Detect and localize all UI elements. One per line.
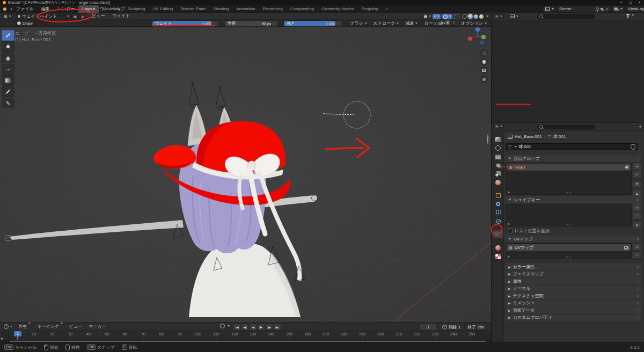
prev-keyframe-button[interactable]: ◀| xyxy=(241,324,249,331)
new-scene-icon[interactable] xyxy=(601,8,603,10)
options-dropdown[interactable]: オプション xyxy=(459,20,489,26)
properties-tab-physics[interactable] xyxy=(493,217,503,225)
ortho-toggle-icon[interactable]: ▦ xyxy=(480,75,488,83)
tool-annotate[interactable]: ✎ xyxy=(2,98,14,108)
properties-tab-material[interactable] xyxy=(493,244,503,252)
workspace-tab-shading[interactable]: Shading xyxy=(209,5,232,13)
axis-gizmo[interactable] xyxy=(466,27,489,48)
material-shading-icon[interactable] xyxy=(474,14,478,19)
playhead[interactable]: 1 xyxy=(14,331,21,336)
active-tool-field[interactable]: Draw xyxy=(15,20,49,26)
workspace-tab-rendering[interactable]: Rendering xyxy=(259,5,287,13)
properties-search-input[interactable] xyxy=(537,124,595,129)
viewlayer-type-dropdown[interactable] xyxy=(612,6,625,12)
properties-tab-object[interactable] xyxy=(493,192,503,199)
rest-position-checkbox[interactable] xyxy=(508,229,513,233)
weight-pressure-button[interactable] xyxy=(211,20,218,27)
collapsed-panel-カラー属性[interactable]: ▶カラー属性≡ xyxy=(506,263,641,270)
camera-view-icon[interactable] xyxy=(480,67,488,74)
vertex-group-row-Head[interactable]: ▦Head xyxy=(507,164,631,171)
menu-編集[interactable]: 編集 xyxy=(38,5,54,13)
maximize-button[interactable]: □ xyxy=(626,0,635,5)
current-frame-field[interactable]: 1 xyxy=(420,324,437,331)
properties-tab-particles[interactable] xyxy=(493,209,503,216)
workspace-tab-animation[interactable]: Animation xyxy=(232,5,259,13)
workspace-tab-compositing[interactable]: Compositing xyxy=(287,5,318,13)
breadcrumb-object[interactable]: Hat_Base.001 xyxy=(515,134,542,139)
minimize-button[interactable]: − xyxy=(617,0,626,5)
end-frame-field[interactable]: 終了 250 xyxy=(466,324,486,331)
tool-blur-brush[interactable] xyxy=(2,41,14,52)
jump-to-start-button[interactable]: |◀ xyxy=(233,324,241,331)
vertex-mask-toggle[interactable]: ▦ xyxy=(71,13,79,20)
uv-maps-panel-header[interactable]: ▼ UVマップ ≡ xyxy=(506,236,641,242)
properties-tab-scene[interactable] xyxy=(493,170,503,178)
start-frame-field[interactable]: 開始 1 xyxy=(438,324,465,331)
mirror-y-toggle[interactable]: Y xyxy=(451,20,457,25)
workspace-tab-sculpting[interactable]: Sculpting xyxy=(124,5,149,13)
lock-icon[interactable] xyxy=(625,166,628,168)
remove-shape-key-button[interactable]: − xyxy=(633,212,641,219)
collapsed-panel-リメッシュ[interactable]: ▶リメッシュ≡ xyxy=(506,300,641,306)
mirror-x-toggle[interactable]: X xyxy=(445,20,451,25)
list-filter-expand-icon[interactable]: ▶ xyxy=(508,190,510,194)
add-shape-key-button[interactable]: + xyxy=(633,204,641,211)
outliner-filter-id-dropdown[interactable] xyxy=(508,13,521,19)
workspace-tab-layout[interactable]: Layout xyxy=(78,5,99,13)
timeline-menu-ビュー[interactable]: ビュー xyxy=(66,322,85,331)
list-resize-grip[interactable] xyxy=(566,256,572,258)
uv-maps-list[interactable]: ▦UVマップ ▶ xyxy=(506,243,632,259)
tool-average-brush[interactable]: ◉ xyxy=(2,53,14,63)
pan-hand-icon[interactable] xyxy=(480,58,488,65)
timeline-tracks[interactable]: ▶ xyxy=(0,336,491,340)
radius-slider[interactable]: 半径50 px xyxy=(224,20,275,27)
vertex-groups-panel-header[interactable]: ▼ 頂点グループ ≡ xyxy=(506,155,641,162)
properties-options-arrow-icon[interactable] xyxy=(639,126,641,128)
dropdown-ブラシ[interactable]: ブラシ xyxy=(348,20,369,26)
properties-editor-dropdown[interactable]: ▤ xyxy=(493,124,504,129)
pivot-dropdown[interactable] xyxy=(424,15,431,18)
tool-gradient-tool[interactable] xyxy=(2,75,14,86)
viewport-menu-ビュー[interactable]: ビュー xyxy=(88,12,108,20)
menu-ファイル[interactable]: ファイル xyxy=(12,5,38,13)
menu-レンダー[interactable]: レンダー xyxy=(54,5,79,13)
collapsed-panel-形状データ[interactable]: ▶形状データ≡ xyxy=(506,307,641,313)
properties-tab-texture[interactable] xyxy=(493,253,503,260)
rendered-shading-icon[interactable] xyxy=(479,14,484,19)
mesh-name-field[interactable]: ▽ 球.001 xyxy=(506,143,638,150)
workspace-tab-uv-editing[interactable]: UV Editing xyxy=(149,5,177,13)
face-mask-toggle[interactable]: ▣ xyxy=(79,13,86,20)
collapsed-panel-テクスチャ空間[interactable]: ▶テクスチャ空間≡ xyxy=(506,292,641,299)
properties-tab-tool[interactable] xyxy=(493,136,503,143)
properties-tab-view-layer[interactable] xyxy=(493,162,503,169)
pin-icon[interactable] xyxy=(596,8,599,11)
add-uv-map-button[interactable]: + xyxy=(633,243,641,251)
collapsed-panel-フェイスマップ[interactable]: ▶フェイスマップ≡ xyxy=(506,271,641,277)
radius-pressure-button[interactable] xyxy=(271,20,278,27)
remove-uv-map-button[interactable]: − xyxy=(633,251,641,259)
next-keyframe-button[interactable]: |▶ xyxy=(265,324,273,331)
wireframe-shading-icon[interactable] xyxy=(462,14,467,19)
outliner-display-dropdown[interactable]: ▤ xyxy=(493,13,504,19)
viewlayer-selector[interactable]: ViewLayer × xyxy=(626,6,644,12)
play-reverse-button[interactable]: ◀ xyxy=(249,324,257,331)
timeline-editor-dropdown[interactable] xyxy=(2,324,14,329)
zoom-tool-icon[interactable] xyxy=(480,49,488,57)
breadcrumb-data[interactable]: 球.001 xyxy=(553,134,566,140)
properties-tab-render[interactable] xyxy=(493,144,503,152)
list-filter-expand-icon[interactable]: ▶ xyxy=(508,222,510,225)
uv-map-row-UVマップ[interactable]: ▦UVマップ xyxy=(507,244,631,251)
collapsed-panel-カスタムプロパティ[interactable]: ▶カスタムプロパティ≡ xyxy=(506,314,641,321)
editor-type-dropdown[interactable]: ▦ xyxy=(2,13,13,19)
pin-id-icon[interactable] xyxy=(487,134,488,144)
add-workspace-button[interactable]: + xyxy=(382,5,392,13)
strength-pressure-button[interactable] xyxy=(335,20,342,27)
shape-keys-list[interactable]: ▶ xyxy=(506,204,632,226)
add-vertex-group-button[interactable]: + xyxy=(633,163,641,170)
collapsed-panel-属性[interactable]: ▶属性≡ xyxy=(506,278,641,284)
active-render-icon[interactable] xyxy=(624,246,628,250)
strength-slider[interactable]: 強さ1.000 xyxy=(283,20,339,27)
blender-menu-icon[interactable] xyxy=(3,8,6,11)
shape-keys-panel-header[interactable]: ▼ シェイプキー ≡ xyxy=(506,196,641,203)
remove-vertex-group-button[interactable]: − xyxy=(633,171,641,178)
